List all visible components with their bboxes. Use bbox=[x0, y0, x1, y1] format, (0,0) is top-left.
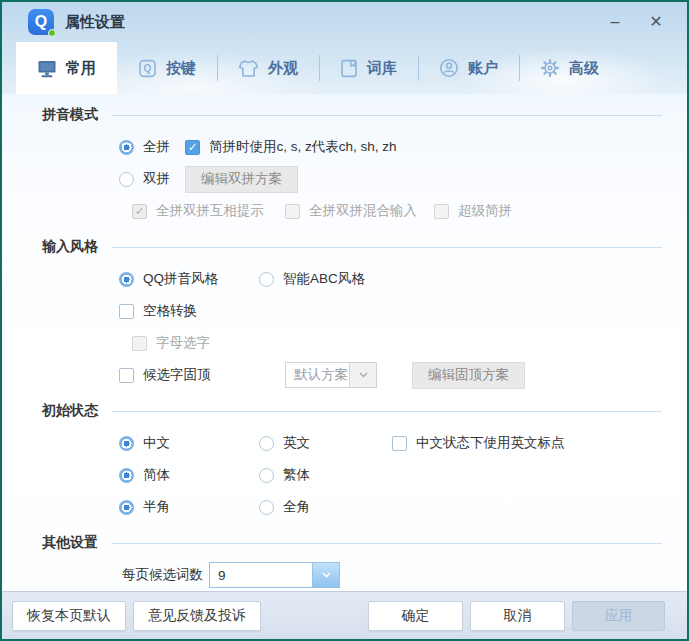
tab-label: 外观 bbox=[268, 59, 298, 78]
checkbox-candidate-pin[interactable]: 候选字固顶 bbox=[119, 366, 285, 384]
checkbox-label: 候选字固顶 bbox=[143, 366, 211, 384]
checkbox-english-punct[interactable]: 中文状态下使用英文标点 bbox=[392, 434, 565, 452]
row-candidate-pin: 候选字固顶 默认方案 编辑固顶方案 bbox=[119, 360, 687, 390]
radio-quanpin[interactable]: 全拼 bbox=[119, 138, 185, 156]
book-icon bbox=[340, 59, 358, 78]
checkbox-disabled-icon bbox=[132, 336, 147, 351]
section-initial-state: 初始状态 bbox=[42, 402, 662, 420]
row-space-convert: 空格转换 bbox=[119, 296, 687, 326]
close-button[interactable]: ✕ bbox=[645, 11, 667, 33]
section-title: 初始状态 bbox=[42, 402, 98, 420]
checkbox-label: 超级简拼 bbox=[458, 202, 512, 220]
row-candidates-per-page: 每页候选词数 9 bbox=[122, 560, 687, 590]
row-language: 中文 英文 中文状态下使用英文标点 bbox=[119, 428, 687, 458]
pin-scheme-select: 默认方案 bbox=[285, 362, 377, 388]
radio-half-width[interactable]: 半角 bbox=[119, 498, 259, 516]
checkbox-checked-disabled-icon bbox=[132, 204, 147, 219]
radio-abc-style[interactable]: 智能ABC风格 bbox=[259, 270, 365, 288]
tab-label: 高级 bbox=[569, 59, 599, 78]
svg-text:Q: Q bbox=[144, 63, 152, 74]
checkbox-icon bbox=[119, 304, 134, 319]
section-title: 拼音模式 bbox=[42, 106, 98, 124]
radio-unselected-icon bbox=[259, 436, 274, 451]
chevron-down-icon bbox=[349, 363, 376, 387]
radio-label: QQ拼音风格 bbox=[143, 270, 218, 288]
radio-label: 双拼 bbox=[143, 170, 170, 188]
tab-label: 词库 bbox=[367, 59, 397, 78]
radio-full-width[interactable]: 全角 bbox=[259, 498, 310, 516]
candidates-per-page-select[interactable]: 9 bbox=[209, 562, 340, 588]
radio-selected-icon bbox=[119, 272, 134, 287]
tab-label: 账户 bbox=[468, 59, 498, 78]
user-icon bbox=[439, 58, 459, 78]
tab-label: 按键 bbox=[166, 59, 196, 78]
row-quanpin: 全拼 简拼时使用c, s, z代表ch, sh, zh bbox=[119, 132, 687, 162]
tab-account[interactable]: 账户 bbox=[418, 42, 519, 94]
tabbar: 常用 Q 按键 外观 词库 bbox=[2, 42, 687, 94]
radio-simplified[interactable]: 简体 bbox=[119, 466, 259, 484]
checkbox-checked-icon bbox=[185, 140, 200, 155]
footer-bar: 恢复本页默认 意见反馈及投诉 确定 取消 应用 bbox=[2, 591, 687, 639]
keycap-icon: Q bbox=[138, 59, 157, 78]
tab-common[interactable]: 常用 bbox=[16, 42, 117, 94]
row-style: QQ拼音风格 智能ABC风格 bbox=[119, 264, 687, 294]
cancel-button[interactable]: 取消 bbox=[470, 601, 565, 631]
checkbox-label: 字母选字 bbox=[156, 334, 210, 352]
radio-label: 智能ABC风格 bbox=[283, 270, 365, 288]
row-shuangpin-options: 全拼双拼互相提示 全拼双拼混合输入 超级简拼 bbox=[132, 196, 687, 226]
radio-unselected-icon bbox=[259, 468, 274, 483]
checkbox-space-convert[interactable]: 空格转换 bbox=[119, 302, 197, 320]
qq-pinyin-logo-icon: Q bbox=[28, 9, 54, 35]
section-title: 输入风格 bbox=[42, 238, 98, 256]
tab-advanced[interactable]: 高级 bbox=[519, 42, 620, 94]
row-shuangpin: 双拼 编辑双拼方案 bbox=[119, 164, 687, 194]
select-value: 9 bbox=[210, 563, 312, 587]
titlebar: Q 属性设置 – ✕ bbox=[2, 2, 687, 42]
radio-english[interactable]: 英文 bbox=[259, 434, 392, 452]
radio-selected-icon bbox=[119, 468, 134, 483]
tab-keys[interactable]: Q 按键 bbox=[117, 42, 217, 94]
checkbox-disabled-icon bbox=[434, 204, 449, 219]
radio-qq-style[interactable]: QQ拼音风格 bbox=[119, 270, 259, 288]
section-other-settings: 其他设置 bbox=[42, 534, 662, 552]
checkbox-disabled-icon bbox=[285, 204, 300, 219]
candidates-per-page-label: 每页候选词数 bbox=[122, 566, 209, 584]
section-divider bbox=[112, 247, 662, 248]
window-title: 属性设置 bbox=[65, 13, 604, 32]
settings-content: 拼音模式 全拼 简拼时使用c, s, z代表ch, sh, zh 双拼 编辑双拼… bbox=[2, 94, 687, 591]
checkbox-jianpin-csz[interactable]: 简拼时使用c, s, z代表ch, sh, zh bbox=[185, 138, 397, 156]
minimize-button[interactable]: – bbox=[604, 11, 626, 33]
radio-selected-icon bbox=[119, 140, 134, 155]
logo-status-dot bbox=[48, 29, 56, 37]
radio-traditional[interactable]: 繁体 bbox=[259, 466, 310, 484]
select-value: 默认方案 bbox=[286, 363, 349, 387]
checkbox-label: 简拼时使用c, s, z代表ch, sh, zh bbox=[209, 138, 397, 156]
logo-letter: Q bbox=[35, 13, 47, 31]
checkbox-label: 全拼双拼混合输入 bbox=[309, 202, 417, 220]
radio-label: 全拼 bbox=[143, 138, 170, 156]
radio-unselected-icon bbox=[119, 172, 134, 187]
checkbox-label: 全拼双拼互相提示 bbox=[156, 202, 264, 220]
radio-label: 全角 bbox=[283, 498, 310, 516]
radio-selected-icon bbox=[119, 500, 134, 515]
ok-button[interactable]: 确定 bbox=[368, 601, 463, 631]
restore-defaults-button[interactable]: 恢复本页默认 bbox=[12, 601, 126, 631]
section-divider bbox=[112, 543, 662, 544]
radio-label: 简体 bbox=[143, 466, 170, 484]
radio-selected-icon bbox=[119, 436, 134, 451]
feedback-button[interactable]: 意见反馈及投诉 bbox=[133, 601, 261, 631]
checkbox-mixed-input: 全拼双拼混合输入 bbox=[285, 202, 434, 220]
checkbox-icon bbox=[119, 368, 134, 383]
window-header: Q 属性设置 – ✕ 常用 Q 按键 bbox=[2, 2, 687, 94]
chevron-down-icon bbox=[312, 563, 339, 587]
tab-appearance[interactable]: 外观 bbox=[217, 42, 319, 94]
tab-lexicon[interactable]: 词库 bbox=[319, 42, 418, 94]
apply-button: 应用 bbox=[572, 601, 665, 631]
section-pinyin-mode: 拼音模式 bbox=[42, 106, 662, 124]
radio-unselected-icon bbox=[259, 272, 274, 287]
checkbox-label: 中文状态下使用英文标点 bbox=[416, 434, 565, 452]
gear-icon bbox=[540, 58, 560, 78]
properties-settings-window: Q 属性设置 – ✕ 常用 Q 按键 bbox=[0, 0, 689, 641]
radio-shuangpin[interactable]: 双拼 bbox=[119, 170, 185, 188]
radio-chinese[interactable]: 中文 bbox=[119, 434, 259, 452]
